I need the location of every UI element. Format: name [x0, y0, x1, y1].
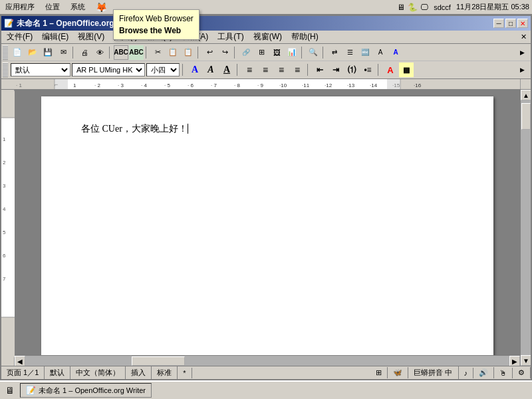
page-info: 页面 1／1	[1, 366, 45, 379]
text-cursor	[188, 124, 188, 134]
size-select[interactable]: 小四	[146, 63, 180, 76]
bold-button[interactable]: A	[188, 63, 202, 77]
style-select[interactable]: 默认	[11, 63, 70, 76]
menu-view[interactable]: 视图(V)	[74, 30, 108, 44]
save-button[interactable]: 💾	[41, 45, 55, 60]
writer-taskbar-button[interactable]: 📝 未命名 1 – OpenOffice.org Writer	[20, 383, 152, 398]
v-scroll-track[interactable]	[521, 100, 531, 355]
menu-window[interactable]: 视窗(W)	[249, 30, 286, 44]
tray-icon-vol[interactable]: 🔊	[473, 367, 494, 378]
doc-line-1: 各位 CUer，大家晚上好！	[81, 123, 454, 135]
scroll-left-button[interactable]: ◀	[15, 356, 25, 366]
svg-text:·14: ·14	[370, 82, 378, 88]
sep7	[323, 47, 325, 59]
document-page[interactable]: 各位 CUer，大家晚上好！	[41, 96, 493, 355]
print-button[interactable]: 🖨	[77, 45, 92, 60]
spellcheck-button[interactable]: ABC	[114, 45, 128, 60]
underline-button[interactable]: A	[219, 63, 234, 77]
document-canvas[interactable]: 各位 CUer，大家晚上好！	[15, 90, 520, 355]
svg-rect-21	[55, 79, 68, 90]
doc-wrapper: 1 2 3 4 5 6 7 各位 CUer，大家晚上好！	[1, 90, 531, 366]
image-button[interactable]: 🖼	[269, 45, 284, 60]
autocorrect-button[interactable]: ABC	[129, 45, 144, 60]
horizontal-scrollbar: ◀ ▶	[15, 355, 520, 366]
scroll-up-button[interactable]: ▲	[521, 90, 531, 100]
new-button[interactable]: 📄	[10, 45, 25, 60]
toolbar-grip-1[interactable]	[3, 45, 8, 60]
redo-button[interactable]: ↪	[217, 45, 232, 60]
tb-extra1[interactable]: ⇄	[327, 45, 342, 60]
tb-extra2[interactable]: ☰	[342, 45, 357, 60]
svg-text:· 1: · 1	[16, 82, 22, 88]
formatting-toolbar: 默认 AR PL UMing HK 小四 A A A ≡ ≡ ≡ ≡ ⇤	[1, 61, 531, 78]
toolbar-expand[interactable]: ▶	[515, 45, 529, 60]
svg-text:·11: ·11	[302, 82, 310, 88]
v-scroll-thumb[interactable]	[521, 103, 531, 130]
scroll-right-button[interactable]: ▶	[509, 356, 520, 366]
align-center-button[interactable]: ≡	[258, 63, 273, 77]
menu-tools[interactable]: 工具(T)	[213, 30, 247, 44]
copy-button[interactable]: 📋	[166, 45, 180, 60]
email-button[interactable]: ✉	[56, 45, 70, 60]
document-content[interactable]: 各位 CUer，大家晚上好！	[81, 123, 454, 135]
menubar-close[interactable]: ✕	[518, 33, 529, 41]
hyperlink-button[interactable]: 🔗	[239, 45, 253, 60]
minimize-button[interactable]: ─	[493, 19, 504, 28]
fmt-sep3	[307, 64, 310, 76]
tb-extra3[interactable]: 🔤	[358, 45, 372, 60]
standard-mode[interactable]: 标准	[152, 366, 178, 379]
ime-label[interactable]: 巨蟒拼音 中	[408, 366, 458, 379]
python-icon[interactable]: 🐍	[408, 3, 418, 12]
menu-edit[interactable]: 编辑(E)	[38, 30, 72, 44]
tray-icon-1[interactable]: ⊞	[370, 367, 388, 378]
chart-button[interactable]: 📊	[285, 45, 299, 60]
preview-button[interactable]: 👁	[92, 45, 107, 60]
font-select[interactable]: AR PL UMing HK	[72, 63, 145, 76]
tray-icon-music[interactable]: ♪	[459, 368, 474, 378]
open-button[interactable]: 📂	[25, 45, 40, 60]
tb-extra5[interactable]: A	[388, 45, 403, 60]
h-scroll-track[interactable]	[25, 356, 509, 366]
apps-menu[interactable]: 应用程序	[3, 1, 37, 13]
insert-mode[interactable]: 插入	[126, 366, 152, 379]
tray-icon-butterfly[interactable]: 🦋	[388, 367, 408, 378]
justify-button[interactable]: ≡	[290, 63, 305, 77]
find-button[interactable]: 🔍	[306, 45, 321, 60]
tray-icon-mouse[interactable]: 🖱	[494, 368, 513, 378]
menu-file[interactable]: 文件(F)	[3, 30, 37, 44]
paste-button[interactable]: 📋	[181, 45, 196, 60]
taskbar-start-icon[interactable]: 🖥	[3, 383, 17, 398]
fmt-grip[interactable]	[3, 63, 8, 77]
font-color[interactable]: A	[383, 63, 398, 77]
network-icon[interactable]: 🖥	[397, 3, 405, 12]
tray-icon-gear[interactable]: ⚙	[513, 367, 531, 378]
top-taskbar: 应用程序 位置 系统 🦊 Firefox Web Browser Browse …	[0, 0, 532, 15]
align-right-button[interactable]: ≡	[274, 63, 289, 77]
svg-text:·13: ·13	[347, 82, 355, 88]
svg-rect-25	[1, 317, 15, 357]
indent-decrease[interactable]: ⇤	[313, 63, 327, 77]
table-button[interactable]: ⊞	[254, 45, 269, 60]
bullets-button[interactable]: •≡	[360, 63, 375, 77]
indent-increase[interactable]: ⇥	[329, 63, 343, 77]
cut-button[interactable]: ✂	[150, 45, 165, 60]
align-left-button[interactable]: ≡	[242, 63, 257, 77]
highlight-color[interactable]: ▩	[399, 63, 414, 77]
tb-extra4[interactable]: A	[373, 45, 388, 60]
app-icon-small: 📝	[4, 19, 14, 28]
screen-icon[interactable]: 🖵	[420, 3, 428, 12]
scroll-down-button[interactable]: ▼	[521, 355, 531, 366]
menu-help[interactable]: 帮助(H)	[287, 30, 323, 44]
close-button[interactable]: ✕	[517, 19, 528, 28]
h-scroll-thumb[interactable]	[132, 356, 185, 366]
numbering-button[interactable]: ⑴	[344, 63, 359, 77]
italic-button[interactable]: A	[203, 63, 218, 77]
undo-button[interactable]: ↩	[202, 45, 217, 60]
location-menu[interactable]: 位置	[43, 1, 63, 13]
system-menu[interactable]: 系统	[68, 1, 88, 13]
maximize-button[interactable]: □	[505, 19, 516, 28]
firefox-icon[interactable]: 🦊	[93, 1, 110, 14]
svg-text:7: 7	[3, 276, 6, 282]
main-toolbar: 📄 📂 💾 ✉ 🖨 👁 ABC ABC ✂ 📋 📋 ↩ ↪ 🔗 ⊞	[1, 44, 531, 61]
fmt-expand[interactable]: ▶	[515, 63, 529, 77]
